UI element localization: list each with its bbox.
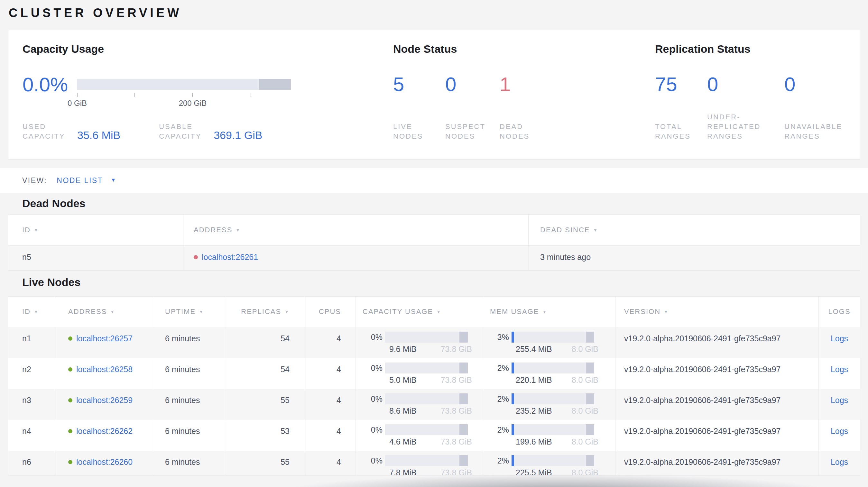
capacity-usage-bar: 0 GiB 200 GiB (77, 79, 291, 90)
view-dropdown[interactable]: NODE LIST ▼ (57, 176, 116, 185)
dead-nodes-table: ID ▼ ADDRESS ▼ DEAD SINCE ▼ n5 localhost… (8, 214, 860, 270)
node-id-cell: n2 (8, 358, 56, 389)
logs-link[interactable]: Logs (831, 365, 848, 374)
live-node-row: n2 localhost:26258 6 minutes 54 4 0% 5.0… (8, 358, 860, 389)
uptime-cell: 6 minutes (152, 420, 225, 451)
capacity-bar-reserved-segment (259, 79, 291, 90)
mem-reserved-segment (586, 362, 594, 374)
logs-cell: Logs (818, 420, 860, 451)
capacity-mini-bar (385, 455, 468, 466)
unavailable-label: UNAVAILABLE RANGES (784, 122, 847, 141)
column-header-id[interactable]: ID ▼ (8, 215, 183, 246)
logs-link[interactable]: Logs (831, 334, 848, 343)
uptime-cell: 6 minutes (152, 451, 225, 476)
column-header-address[interactable]: ADDRESS ▼ (56, 297, 152, 327)
node-id-cell: n1 (8, 327, 56, 358)
axis-tick-label: 200 GiB (174, 99, 212, 108)
mem-reserved-segment (586, 455, 594, 466)
logs-cell: Logs (818, 358, 860, 389)
column-header-replicas[interactable]: REPLICAS ▼ (225, 297, 306, 327)
axis-tick (251, 93, 251, 97)
node-address-link[interactable]: localhost:26261 (202, 253, 258, 261)
axis-tick (192, 93, 193, 97)
cpus-cell: 4 (306, 389, 355, 420)
node-status-labels: LIVE NODES SUSPECT NODES DEAD NODES (393, 122, 641, 141)
usable-capacity-label: USABLE CAPACITY (159, 122, 208, 141)
mem-usage-cell: 2% 199.6 MiB 8.0 GiB (482, 420, 615, 451)
live-node-row: n1 localhost:26257 6 minutes 54 4 0% 9.6… (8, 327, 860, 358)
logs-cell: Logs (818, 451, 860, 476)
axis-tick (134, 93, 135, 97)
mem-mini-bar (512, 362, 594, 374)
capacity-mini-bar (385, 332, 468, 343)
sort-desc-icon: ▼ (110, 309, 115, 314)
column-header-mem[interactable]: MEM USAGE ▼ (482, 297, 615, 327)
usable-capacity-value: 369.1 GiB (214, 129, 262, 141)
column-header-id[interactable]: ID ▼ (8, 297, 56, 327)
cpus-cell: 4 (306, 358, 355, 389)
capacity-reserved-segment (459, 393, 468, 404)
replicas-cell: 55 (225, 389, 306, 420)
live-node-row: n6 localhost:26260 6 minutes 55 4 0% 7.8… (8, 451, 860, 476)
sort-desc-icon: ▼ (436, 309, 441, 314)
column-header-version[interactable]: VERSION ▼ (615, 297, 818, 327)
node-address-link[interactable]: localhost:26258 (76, 365, 132, 374)
live-status-dot (68, 429, 72, 433)
capacity-usage-section: Capacity Usage 0.0% 0 GiB 200 GiB USED C… (23, 42, 379, 141)
cluster-summary-panel: Capacity Usage 0.0% 0 GiB 200 GiB USED C… (8, 30, 860, 160)
mem-reserved-segment (586, 393, 594, 404)
logs-link[interactable]: Logs (831, 457, 848, 466)
under-replicated-label: UNDER-REPLICATED RANGES (707, 112, 784, 141)
used-capacity-value: 35.6 MiB (77, 129, 120, 141)
live-node-row: n4 localhost:26262 6 minutes 53 4 0% 4.6… (8, 420, 860, 451)
live-status-dot (68, 336, 72, 340)
logs-link[interactable]: Logs (831, 396, 848, 404)
live-nodes-heading: Live Nodes (22, 275, 868, 289)
dead-nodes-header-row: ID ▼ ADDRESS ▼ DEAD SINCE ▼ (8, 215, 860, 246)
live-node-row: n3 localhost:26259 6 minutes 55 4 0% 8.6… (8, 389, 860, 420)
node-address-cell: localhost:26257 (56, 327, 152, 358)
mem-mini-bar (512, 393, 594, 404)
capacity-mini-bar (385, 393, 468, 404)
mem-usage-cell: 3% 255.4 MiB 8.0 GiB (482, 327, 615, 358)
sort-desc-icon: ▼ (34, 309, 39, 314)
live-nodes-count: 5 (393, 73, 445, 96)
sort-desc-icon: ▼ (593, 227, 598, 233)
column-header-address[interactable]: ADDRESS ▼ (183, 215, 528, 246)
dead-node-row: n5 localhost:26261 3 minutes ago (8, 246, 860, 270)
version-cell: v19.2.0-alpha.20190606-2491-gfe735c9a97 (615, 451, 818, 476)
replication-labels: TOTAL RANGES UNDER-REPLICATED RANGES UNA… (655, 112, 850, 141)
version-cell: v19.2.0-alpha.20190606-2491-gfe735c9a97 (615, 358, 818, 389)
node-address-link[interactable]: localhost:26262 (76, 426, 132, 435)
mem-reserved-segment (586, 332, 594, 343)
suspect-nodes-count: 0 (445, 73, 500, 96)
dead-nodes-heading: Dead Nodes (22, 196, 868, 210)
live-nodes-label: LIVE NODES (393, 122, 445, 141)
total-ranges-label: TOTAL RANGES (655, 122, 707, 141)
node-address-cell: localhost:26262 (56, 420, 152, 451)
sort-desc-icon: ▼ (199, 309, 204, 314)
node-address-link[interactable]: localhost:26259 (76, 396, 132, 404)
node-id-cell: n4 (8, 420, 56, 451)
total-ranges-count: 75 (655, 73, 707, 96)
capacity-usage-cell: 0% 7.8 MiB 73.8 GiB (355, 451, 482, 476)
node-address-link[interactable]: localhost:26257 (76, 334, 132, 343)
cpus-cell: 4 (306, 451, 355, 476)
logs-link[interactable]: Logs (831, 426, 848, 435)
uptime-cell: 6 minutes (152, 358, 225, 389)
capacity-usage-cell: 0% 5.0 MiB 73.8 GiB (355, 358, 482, 389)
capacity-usage-gauge: 0.0% 0 GiB 200 GiB (23, 73, 379, 96)
dead-since-cell: 3 minutes ago (528, 246, 860, 270)
node-id-cell: n3 (8, 389, 56, 420)
column-header-cpus[interactable]: CPUS (306, 297, 355, 327)
column-header-logs[interactable]: LOGS (818, 297, 860, 327)
capacity-reserved-segment (459, 332, 468, 343)
column-header-deadsince[interactable]: DEAD SINCE ▼ (528, 215, 860, 246)
replicas-cell: 54 (225, 358, 306, 389)
column-header-capacity[interactable]: CAPACITY USAGE ▼ (355, 297, 482, 327)
node-address-link[interactable]: localhost:26260 (76, 457, 132, 466)
replication-status-section: Replication Status 75 0 0 TOTAL RANGES U… (641, 42, 850, 141)
mem-usage-cell: 2% 235.2 MiB 8.0 GiB (482, 389, 615, 420)
column-header-uptime[interactable]: UPTIME ▼ (152, 297, 225, 327)
view-label: VIEW: (22, 176, 47, 185)
